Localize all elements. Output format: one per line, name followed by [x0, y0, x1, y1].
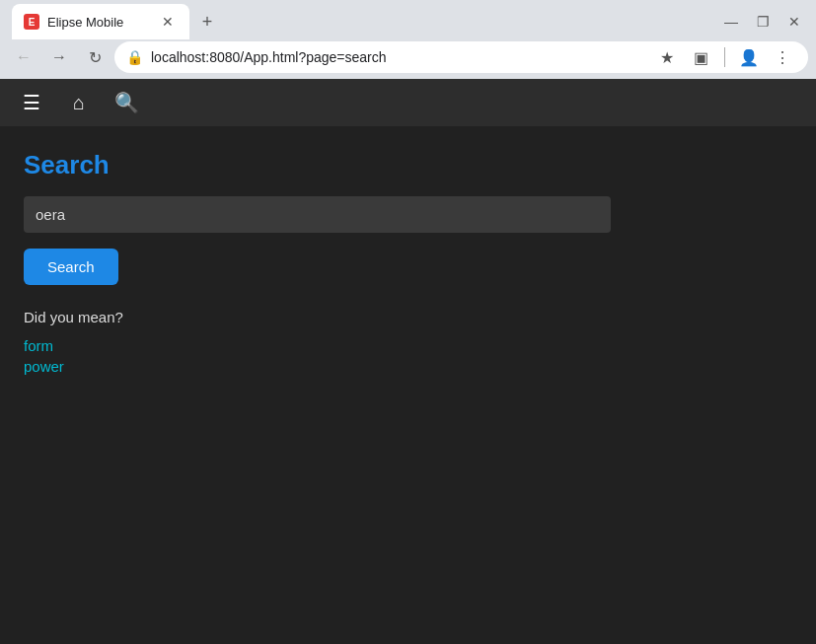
- bookmark-button[interactable]: ★: [653, 43, 681, 71]
- address-icons: ★ ▣ 👤 ⋮: [653, 43, 796, 71]
- menu-button[interactable]: ⋮: [769, 43, 796, 71]
- active-tab: E Elipse Mobile ✕: [12, 4, 189, 39]
- search-icon[interactable]: 🔍: [111, 87, 142, 118]
- profile-button[interactable]: 👤: [735, 43, 763, 71]
- tab-favicon: E: [24, 14, 39, 30]
- search-input[interactable]: [24, 196, 611, 233]
- close-button[interactable]: ✕: [780, 8, 808, 36]
- tab-bar: E Elipse Mobile ✕ + — ❐ ✕: [0, 0, 816, 36]
- main-content: Search Search Did you mean? form power: [0, 126, 816, 644]
- suggestion-link-power[interactable]: power: [24, 358, 792, 375]
- extension-button[interactable]: ▣: [687, 43, 714, 71]
- lock-icon: 🔒: [126, 49, 143, 65]
- address-bar[interactable]: 🔒 localhost:8080/App.html?page=search ★ …: [114, 41, 808, 73]
- browser-chrome: E Elipse Mobile ✕ + — ❐ ✕ ← → ↻ 🔒 localh…: [0, 0, 816, 79]
- search-button[interactable]: Search: [24, 249, 118, 285]
- did-you-mean-label: Did you mean?: [24, 309, 792, 325]
- tab-close-button[interactable]: ✕: [158, 12, 178, 32]
- app-toolbar: ☰ ⌂ 🔍: [0, 79, 816, 126]
- suggestion-link-form[interactable]: form: [24, 337, 792, 354]
- address-text: localhost:8080/App.html?page=search: [151, 49, 645, 65]
- maximize-button[interactable]: ❐: [749, 8, 777, 36]
- window-controls: — ❐ ✕: [717, 8, 808, 36]
- new-tab-button[interactable]: +: [193, 8, 221, 36]
- reload-button[interactable]: ↻: [79, 41, 111, 73]
- forward-button[interactable]: →: [43, 41, 75, 73]
- minimize-button[interactable]: —: [717, 8, 745, 36]
- hamburger-menu-icon[interactable]: ☰: [16, 87, 47, 118]
- separator: [724, 47, 725, 67]
- tab-title: Elipse Mobile: [47, 15, 150, 30]
- back-button[interactable]: ←: [8, 41, 39, 73]
- page-title: Search: [24, 150, 792, 180]
- address-bar-row: ← → ↻ 🔒 localhost:8080/App.html?page=sea…: [0, 36, 816, 79]
- home-icon[interactable]: ⌂: [63, 87, 95, 118]
